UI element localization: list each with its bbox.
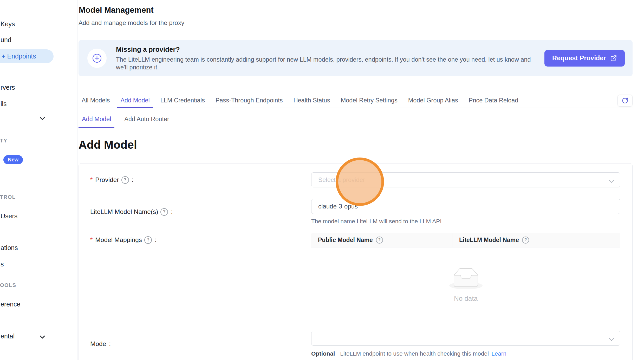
label-colon: : — [109, 340, 111, 348]
sidebar-item-organizations[interactable]: ations — [1, 244, 18, 252]
page-title: Model Management — [79, 5, 633, 15]
sidebar-item-internal-users[interactable]: Users — [1, 212, 17, 220]
tab-model-retry-settings[interactable]: Model Retry Settings — [338, 93, 401, 108]
chevron-down-icon[interactable] — [39, 333, 46, 340]
sidebar-section-access-control: TROL — [0, 194, 16, 200]
chevron-down-icon[interactable] — [39, 115, 46, 122]
sidebar-item-teams[interactable]: s — [1, 260, 4, 268]
subtab-add-model[interactable]: Add Model — [79, 108, 114, 128]
table-header: Public Model Name ? LiteLLM Model Name ? — [311, 233, 620, 247]
column-header-text: LiteLLM Model Name — [459, 237, 519, 244]
model-name-helper: The model name LiteLLM will send to the … — [311, 218, 620, 225]
tab-all-models[interactable]: All Models — [79, 93, 113, 108]
column-header-litellm-model-name: LiteLLM Model Name ? — [452, 233, 620, 247]
mode-helper: Optional - LiteLLM endpoint to use when … — [311, 350, 620, 357]
mode-select[interactable] — [311, 331, 620, 346]
label-colon: : — [155, 236, 157, 244]
sidebar-item-passthrough-endpoints[interactable]: + Endpoints — [0, 49, 54, 63]
litellm-admin-screen: Keys und + Endpoints rvers ils TY New TR… — [0, 0, 644, 360]
main-content: Model Management Add and manage models f… — [79, 0, 633, 360]
banner-body: The LiteLLM engineering team is constant… — [116, 56, 540, 71]
chevron-down-icon — [609, 178, 614, 183]
external-link-icon — [610, 55, 617, 62]
no-data-text: No data — [454, 294, 478, 303]
mode-helper-optional: Optional — [311, 350, 335, 357]
plus-circle-icon — [87, 49, 107, 68]
question-circle-icon[interactable]: ? — [121, 176, 129, 184]
sidebar-item-details[interactable]: ils — [1, 100, 7, 108]
question-circle-icon[interactable]: ? — [144, 236, 152, 244]
column-header-public-model-name: Public Model Name ? — [311, 233, 452, 247]
question-circle-icon[interactable]: ? — [160, 208, 168, 216]
request-provider-label: Request Provider — [552, 54, 606, 62]
refresh-button[interactable] — [617, 95, 633, 107]
sidebar-section-header: TY — [0, 138, 8, 144]
add-model-form-card: * Provider ? : Select a provider Lit — [79, 163, 633, 360]
label-colon: : — [171, 208, 173, 215]
refresh-icon — [621, 97, 629, 104]
sidebar-item-servers[interactable]: rvers — [1, 84, 15, 91]
request-provider-button[interactable]: Request Provider — [544, 50, 625, 67]
banner-text: Missing a provider? The LiteLLM engineer… — [116, 45, 544, 71]
model-mappings-row: * Model Mappings ? : Public Model Name ? — [90, 233, 621, 323]
model-name-label: LiteLLM Model Name(s) ? : — [90, 208, 311, 216]
provider-select[interactable]: Select a provider — [311, 172, 620, 187]
chevron-down-icon — [609, 336, 614, 341]
missing-provider-banner: Missing a provider? The LiteLLM engineer… — [79, 40, 633, 76]
table-empty-state: No data — [311, 247, 620, 323]
page-subtitle: Add and manage models for the proxy — [79, 19, 633, 27]
sidebar-item-playground[interactable]: und — [1, 36, 11, 44]
provider-label-text: Provider — [95, 176, 119, 184]
mode-row: Mode : Optional - LiteLLM endpoint to us… — [90, 331, 621, 357]
model-mappings-control: Public Model Name ? LiteLLM Model Name ? — [311, 233, 620, 323]
provider-control: Select a provider — [311, 172, 620, 187]
model-name-control: The model name LiteLLM will send to the … — [311, 199, 620, 225]
provider-placeholder: Select a provider — [318, 176, 365, 184]
tab-llm-credentials[interactable]: LLM Credentials — [157, 93, 208, 108]
litellm-model-name-input[interactable] — [311, 199, 620, 214]
banner-title: Missing a provider? — [116, 45, 544, 54]
empty-box-icon — [449, 268, 483, 290]
model-mappings-label-text: Model Mappings — [95, 236, 142, 244]
tab-model-group-alias[interactable]: Model Group Alias — [405, 93, 461, 108]
sidebar-item-inference[interactable]: erence — [1, 300, 20, 308]
provider-label: * Provider ? : — [90, 176, 311, 184]
mode-label-text: Mode — [90, 340, 106, 348]
column-header-text: Public Model Name — [318, 237, 373, 244]
required-asterisk: * — [90, 236, 93, 244]
add-model-subtabs: Add Model Add Auto Router — [79, 108, 633, 127]
question-circle-icon[interactable]: ? — [376, 237, 383, 244]
provider-row: * Provider ? : Select a provider — [90, 172, 621, 187]
model-mappings-table: Public Model Name ? LiteLLM Model Name ? — [311, 233, 620, 323]
mode-control: Optional - LiteLLM endpoint to use when … — [311, 331, 620, 357]
learn-more-link[interactable]: Learn — [491, 350, 506, 357]
sidebar-section-tools: OOLS — [0, 282, 16, 288]
mode-label: Mode : — [90, 340, 311, 348]
sidebar-item-label: + Endpoints — [2, 53, 36, 60]
sidebar: Keys und + Endpoints rvers ils TY New TR… — [0, 0, 77, 360]
tab-health-status[interactable]: Health Status — [290, 93, 333, 108]
mode-helper-text: - LiteLLM endpoint to use when health ch… — [337, 350, 489, 357]
model-tabs: All Models Add Model LLM Credentials Pas… — [79, 93, 633, 108]
label-colon: : — [132, 176, 134, 184]
model-name-label-text: LiteLLM Model Name(s) — [90, 208, 158, 215]
new-badge: New — [3, 155, 23, 164]
tab-price-data-reload[interactable]: Price Data Reload — [466, 93, 522, 108]
sidebar-item-experimental[interactable]: ental — [1, 332, 15, 340]
sidebar-item-keys[interactable]: Keys — [1, 20, 15, 28]
tab-add-model[interactable]: Add Model — [117, 93, 153, 108]
required-asterisk: * — [90, 176, 93, 184]
question-circle-icon[interactable]: ? — [522, 237, 529, 244]
model-mappings-label: * Model Mappings ? : — [90, 233, 311, 323]
add-model-heading: Add Model — [79, 138, 633, 152]
model-name-row: LiteLLM Model Name(s) ? : The model name… — [90, 199, 621, 225]
subtab-add-auto-router[interactable]: Add Auto Router — [121, 108, 172, 128]
tab-pass-through-endpoints[interactable]: Pass-Through Endpoints — [212, 93, 286, 108]
